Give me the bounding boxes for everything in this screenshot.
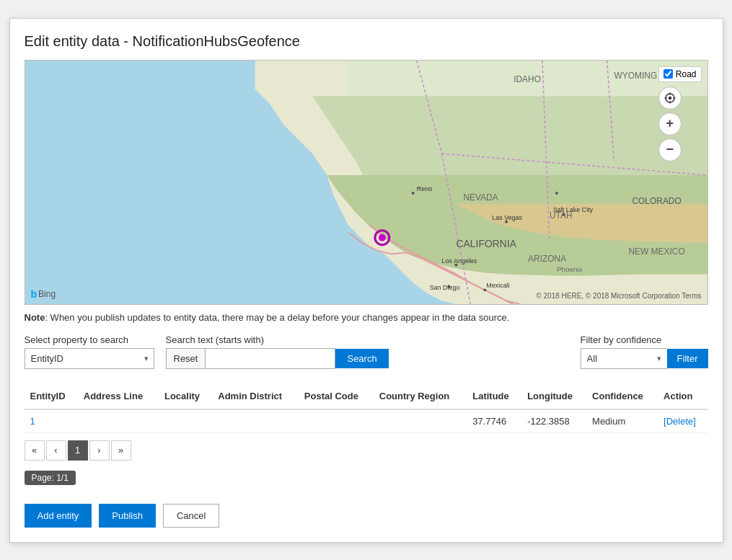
- map-container: Reno Las Vegas Los Angeles San Diego Mex…: [25, 60, 708, 305]
- property-select-wrapper: EntityID: [25, 348, 154, 369]
- property-field-group: Select property to search EntityID: [25, 334, 154, 369]
- filter-group: Filter by confidence All High Medium Low…: [581, 334, 708, 369]
- svg-text:San Diego: San Diego: [429, 284, 459, 291]
- col-locality: Locality: [159, 383, 212, 409]
- svg-text:WYOMING: WYOMING: [614, 70, 657, 80]
- filter-row: All High Medium Low Filter: [581, 348, 708, 369]
- bing-b-icon: b: [31, 288, 38, 300]
- bing-text: Bing: [38, 289, 56, 299]
- svg-text:COLORADO: COLORADO: [632, 195, 681, 205]
- cell-admin-district: [212, 409, 299, 433]
- page-last-btn[interactable]: »: [111, 440, 131, 461]
- filter-select[interactable]: All High Medium Low: [581, 348, 667, 369]
- pagination: « ‹ 1 › »: [25, 440, 708, 461]
- reset-button[interactable]: Reset: [166, 348, 206, 369]
- map-copyright: © 2018 HERE, © 2018 Microsoft Corporatio…: [536, 292, 701, 300]
- svg-text:Las Vegas: Las Vegas: [492, 213, 522, 221]
- svg-point-18: [555, 191, 557, 194]
- cell-latitude: 37.7746: [467, 409, 521, 433]
- search-button[interactable]: Search: [335, 349, 388, 368]
- edit-entity-dialog: Edit entity data - NotificationHubsGeofe…: [9, 18, 723, 543]
- locate-btn[interactable]: [658, 86, 682, 110]
- col-country-region: Country Region: [374, 383, 467, 409]
- cell-country-region: [374, 409, 467, 433]
- page-next-btn[interactable]: ›: [89, 440, 110, 461]
- svg-text:IDAHO: IDAHO: [513, 74, 541, 84]
- road-label: Road: [676, 69, 697, 79]
- col-action: Action: [658, 383, 707, 409]
- svg-point-32: [378, 234, 385, 241]
- bing-logo: b Bing: [31, 288, 56, 300]
- search-row: Select property to search EntityID Searc…: [25, 334, 708, 369]
- page-first-btn[interactable]: «: [25, 440, 45, 461]
- filter-button[interactable]: Filter: [667, 349, 708, 368]
- road-toggle[interactable]: Road: [658, 66, 702, 82]
- cell-action: [Delete]: [658, 409, 707, 433]
- svg-text:Phoenix: Phoenix: [556, 265, 582, 273]
- page-current-btn[interactable]: 1: [68, 440, 88, 461]
- cell-address-line: [78, 409, 159, 433]
- col-address-line: Address Line: [78, 383, 159, 409]
- zoom-in-btn[interactable]: +: [658, 112, 682, 135]
- svg-text:NEW MEXICO: NEW MEXICO: [628, 246, 684, 256]
- dialog-title: Edit entity data - NotificationHubsGeofe…: [25, 33, 708, 50]
- svg-text:UTAH: UTAH: [549, 210, 572, 220]
- cancel-button[interactable]: Cancel: [163, 504, 219, 528]
- property-select[interactable]: EntityID: [25, 348, 154, 369]
- entity-id-link[interactable]: 1: [30, 416, 35, 427]
- col-entity-id: EntityID: [25, 383, 78, 409]
- col-postal-code: Postal Code: [299, 383, 374, 409]
- entity-table: EntityID Address Line Locality Admin Dis…: [25, 383, 708, 433]
- cell-longitude: -122.3858: [521, 409, 586, 433]
- table-body: 1 37.7746 -122.3858 Medium [Delete]: [25, 409, 708, 433]
- filter-select-wrapper: All High Medium Low: [581, 348, 667, 369]
- map-controls: Road + −: [658, 66, 702, 164]
- col-confidence: Confidence: [586, 383, 658, 409]
- note-content: : When you publish updates to entity dat…: [45, 312, 509, 323]
- table-row: 1 37.7746 -122.3858 Medium [Delete]: [25, 409, 708, 433]
- note-bold: Note: [25, 312, 45, 323]
- search-text-group: Search text (starts with) Reset Search: [166, 334, 389, 369]
- cell-locality: [159, 409, 212, 433]
- footer-buttons: Add entity Publish Cancel: [25, 504, 708, 528]
- svg-text:Los Angeles: Los Angeles: [441, 257, 477, 264]
- table-header: EntityID Address Line Locality Admin Dis…: [25, 383, 708, 409]
- svg-text:CALIFORNIA: CALIFORNIA: [456, 237, 516, 249]
- svg-point-6: [411, 191, 414, 194]
- svg-text:Reno: Reno: [416, 185, 431, 192]
- cell-confidence: Medium: [586, 409, 658, 433]
- col-longitude: Longitude: [521, 383, 586, 409]
- cell-postal-code: [299, 409, 374, 433]
- svg-text:Mexicali: Mexicali: [486, 282, 509, 289]
- road-checkbox[interactable]: [663, 69, 673, 79]
- svg-text:ARIZONA: ARIZONA: [528, 253, 566, 263]
- col-latitude: Latitude: [467, 383, 521, 409]
- publish-button[interactable]: Publish: [99, 504, 156, 528]
- svg-text:NEVADA: NEVADA: [463, 192, 498, 202]
- page-info: Page: 1/1: [25, 471, 76, 485]
- add-entity-button[interactable]: Add entity: [25, 504, 92, 528]
- delete-link[interactable]: [Delete]: [663, 416, 696, 427]
- search-input[interactable]: [206, 348, 335, 369]
- table-header-row: EntityID Address Line Locality Admin Dis…: [25, 383, 708, 409]
- filter-label: Filter by confidence: [581, 334, 708, 345]
- cell-entity-id: 1: [25, 409, 78, 433]
- map-svg: Reno Las Vegas Los Angeles San Diego Mex…: [25, 61, 707, 304]
- note-text: Note: When you publish updates to entity…: [25, 312, 708, 323]
- zoom-out-btn[interactable]: −: [658, 138, 682, 161]
- search-input-row: Reset Search: [166, 348, 389, 369]
- property-label: Select property to search: [25, 334, 154, 345]
- svg-point-34: [669, 96, 672, 99]
- page-prev-btn[interactable]: ‹: [46, 440, 66, 461]
- search-text-label: Search text (starts with): [166, 334, 389, 345]
- col-admin-district: Admin District: [212, 383, 299, 409]
- locate-icon: [663, 92, 676, 105]
